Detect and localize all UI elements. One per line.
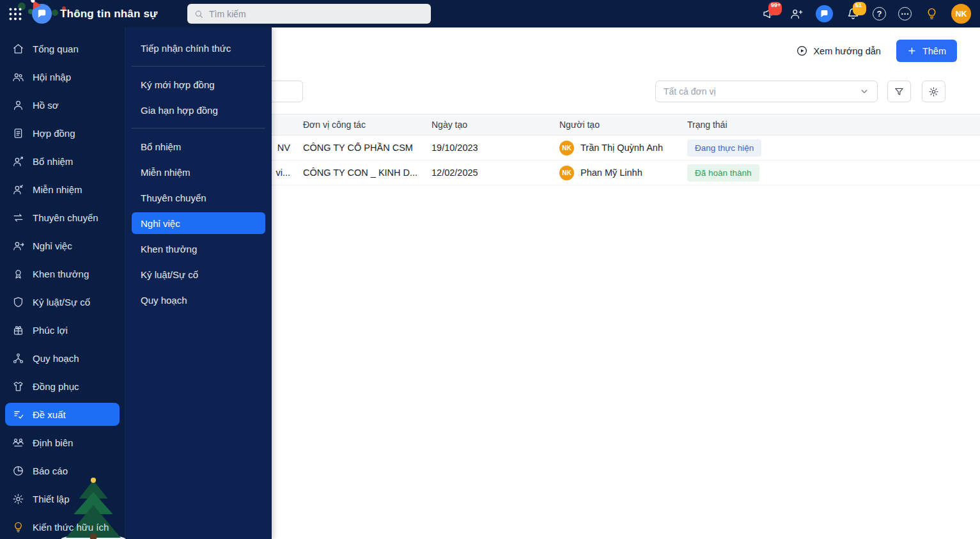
table-header[interactable]: Ngày tạo <box>432 120 559 130</box>
submenu-item-label: Kỷ luật/Sự cố <box>141 269 198 280</box>
sidebar-item-icon <box>12 155 24 168</box>
sidebar-item-icon <box>12 352 24 364</box>
sidebar-item[interactable]: Thiết lập <box>0 485 125 513</box>
sidebar-item[interactable]: Định biên <box>0 428 125 457</box>
sidebar-item-label: Phúc lợi <box>33 325 68 336</box>
global-search[interactable] <box>187 4 431 24</box>
sidebar-item-icon <box>12 43 24 55</box>
table-header[interactable]: Người tạo <box>559 120 687 130</box>
view-guide-link[interactable]: Xem hướng dẫn <box>796 45 880 57</box>
column-settings-button[interactable] <box>922 81 945 102</box>
table-header[interactable]: Đơn vị công tác <box>303 120 432 130</box>
add-button[interactable]: Thêm <box>896 40 957 62</box>
sidebar-item[interactable]: Kỷ luật/Sự cố <box>0 288 125 316</box>
submenu-item-label: Thuyên chuyển <box>141 192 206 203</box>
submenu-item[interactable]: Thuyên chuyển <box>125 185 272 210</box>
sidebar-item-label: Miễn nhiệm <box>33 184 82 195</box>
user-avatar[interactable]: NK <box>951 4 971 24</box>
sidebar-item-icon <box>12 437 24 449</box>
sidebar-item-icon <box>12 184 24 196</box>
play-circle-icon <box>796 45 808 57</box>
add-button-label: Thêm <box>922 46 946 56</box>
sidebar-item-label: Thiết lập <box>33 494 70 504</box>
sidebar-item-icon <box>12 99 24 111</box>
submenu-item-label: Ký mới hợp đồng <box>141 79 215 90</box>
sidebar-item-icon <box>12 409 24 421</box>
submenu-item[interactable]: Quy hoạch <box>125 287 272 313</box>
search-input[interactable] <box>209 9 424 19</box>
sidebar-item[interactable]: Thuyên chuyển <box>0 203 125 231</box>
sidebar-item-label: Tổng quan <box>33 43 79 54</box>
sidebar-item-label: Bổ nhiệm <box>33 156 73 167</box>
app-logo[interactable] <box>32 4 52 24</box>
sidebar: Tổng quan Hội nhập Hồ sơ Hợp đồng Bổ nhi… <box>0 27 125 539</box>
more-icon[interactable]: ⋯ <box>898 7 912 20</box>
sidebar-item[interactable]: Hợp đồng <box>0 119 125 147</box>
sidebar-item[interactable]: Hồ sơ <box>0 91 125 119</box>
sidebar-item[interactable]: Báo cáo <box>0 457 125 485</box>
sidebar-item-icon <box>12 493 24 505</box>
row-unit: CÔNG TY CỔ PHẦN CSM <box>303 143 432 153</box>
sidebar-item-icon <box>12 465 24 477</box>
submenu-item[interactable]: Kỷ luật/Sự cố <box>125 262 272 287</box>
submenu-panel: Tiếp nhận chính thức Ký mới hợp đồng Gia… <box>125 27 272 539</box>
apps-grid-icon[interactable] <box>8 6 23 22</box>
submenu-item-label: Khen thưởng <box>141 244 197 254</box>
table-header[interactable]: Trạng thái <box>687 120 980 130</box>
sidebar-item-icon <box>12 521 24 533</box>
sidebar-item[interactable]: Đề xuất <box>5 403 120 426</box>
sidebar-item-label: Hợp đồng <box>33 128 75 139</box>
sidebar-item-icon <box>12 212 24 224</box>
status-badge: Đang thực hiện <box>687 139 761 157</box>
sidebar-item[interactable]: Kiến thức hữu ích <box>0 513 125 539</box>
submenu-item[interactable]: Gia hạn hợp đồng <box>125 97 272 123</box>
notifications-icon[interactable]: 51 <box>845 6 860 22</box>
filter-icon <box>894 86 905 97</box>
sidebar-item-label: Khen thưởng <box>33 269 89 279</box>
sidebar-item[interactable]: Đồng phục <box>0 372 125 400</box>
person-add-icon <box>789 7 803 20</box>
row-creator-cell: NK Phan Mỹ Linhh <box>559 166 687 180</box>
chat-icon[interactable] <box>816 5 833 22</box>
chevron-down-icon <box>859 86 869 97</box>
submenu-item[interactable]: Ký mới hợp đồng <box>125 72 272 97</box>
filter-button[interactable] <box>887 81 911 102</box>
help-icon[interactable]: ? <box>873 7 886 20</box>
submenu-item-label: Miễn nhiệm <box>141 167 191 178</box>
sidebar-item-label: Đồng phục <box>33 381 79 392</box>
rewards-icon[interactable] <box>924 6 939 22</box>
sidebar-item[interactable]: Miễn nhiệm <box>0 175 125 203</box>
submenu-item[interactable]: Tiếp nhận chính thức <box>125 35 272 61</box>
submenu-item[interactable]: Khen thưởng <box>125 236 272 262</box>
sidebar-item-icon <box>12 296 24 308</box>
lantern-icon <box>925 7 938 20</box>
sidebar-item-icon <box>12 127 24 139</box>
add-user-icon[interactable] <box>788 6 804 22</box>
status-badge: Đã hoàn thành <box>687 164 759 182</box>
unit-filter-select[interactable]: Tất cả đơn vị <box>655 81 878 102</box>
submenu-item[interactable]: Miễn nhiệm <box>125 159 272 185</box>
announcements-icon[interactable]: 99+ <box>761 6 776 22</box>
row-created-date: 19/10/2023 <box>432 143 559 153</box>
announcements-badge: 99+ <box>768 2 782 15</box>
submenu-item-label: Tiếp nhận chính thức <box>141 43 231 54</box>
app-title: Thông tin nhân sự <box>60 8 158 20</box>
sidebar-item[interactable]: Nghỉ việc <box>0 231 125 260</box>
sidebar-item-label: Đề xuất <box>33 409 66 420</box>
sidebar-item[interactable]: Khen thưởng <box>0 260 125 288</box>
submenu-item[interactable]: Bổ nhiệm <box>125 134 272 159</box>
creator-name: Trần Thị Quỳnh Anh <box>580 143 663 153</box>
sidebar-item-icon <box>12 324 24 336</box>
creator-avatar: NK <box>559 166 574 180</box>
sidebar-item[interactable]: Hội nhập <box>0 63 125 91</box>
page-toolbar: Xem hướng dẫn Thêm <box>796 40 957 62</box>
sidebar-item-label: Thuyên chuyển <box>33 212 98 223</box>
topbar: Thông tin nhân sự 99+ 51 ? ⋯ NK <box>0 0 980 27</box>
chat-bubble-icon <box>820 9 829 19</box>
sidebar-item[interactable]: Tổng quan <box>0 35 125 63</box>
sidebar-item[interactable]: Phúc lợi <box>0 316 125 344</box>
sidebar-item[interactable]: Bổ nhiệm <box>0 147 125 175</box>
submenu-item[interactable]: Nghỉ việc <box>132 212 265 234</box>
sidebar-item-icon <box>12 71 24 83</box>
sidebar-item[interactable]: Quy hoạch <box>0 344 125 372</box>
